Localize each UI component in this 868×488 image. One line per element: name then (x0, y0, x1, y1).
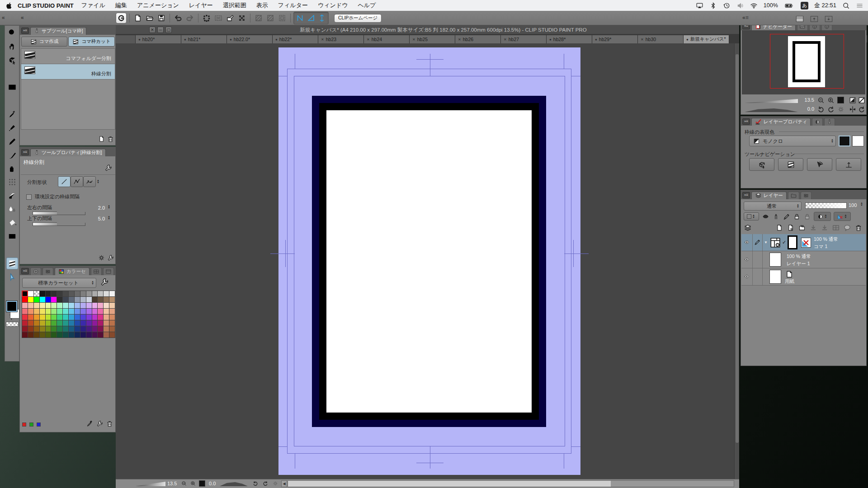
color-swatch[interactable] (63, 297, 68, 302)
color-swatch[interactable] (86, 314, 92, 320)
color-swatch[interactable] (86, 291, 92, 296)
move-layer-tool[interactable] (6, 68, 18, 80)
color-swatch[interactable] (57, 326, 62, 332)
color-swatch[interactable] (92, 309, 98, 314)
color-swatch[interactable] (51, 303, 57, 308)
panel-menu-icon[interactable]: »≡ (742, 192, 750, 198)
lock-transparent-icon[interactable] (803, 213, 811, 221)
close-tab-icon[interactable]: ✕ (641, 38, 644, 42)
clip-at-layer-icon[interactable] (772, 213, 780, 221)
opacity-stepper[interactable]: ▲▼ (859, 202, 864, 206)
color-swatch[interactable] (63, 326, 68, 332)
flatten-icon[interactable] (821, 224, 829, 232)
navigator-reset-rotation-icon[interactable] (837, 105, 845, 113)
horizontal-gap-slider[interactable] (33, 211, 57, 215)
merge-down-icon[interactable] (809, 224, 817, 232)
navigator-zoom-slider[interactable] (745, 99, 798, 103)
document-tab[interactable]: ●hb21* (181, 35, 227, 43)
color-swatch[interactable] (69, 297, 74, 302)
close-tab-icon[interactable]: ✕ (321, 38, 324, 42)
selection-launcher-3-icon[interactable] (277, 13, 288, 23)
document-tab[interactable]: ✕hb26 (455, 35, 501, 43)
hide-panels-icon[interactable] (809, 14, 819, 21)
color-swatch[interactable] (109, 326, 115, 332)
color-swatch[interactable] (28, 326, 33, 332)
panel-frame-border[interactable] (319, 103, 539, 420)
color-swatch[interactable] (80, 303, 86, 308)
color-swatch[interactable] (40, 326, 45, 332)
foreground-color-swatch[interactable] (6, 301, 17, 312)
color-swatch[interactable] (63, 314, 68, 320)
eraser-tool[interactable] (6, 190, 18, 202)
color-swatch[interactable] (75, 309, 80, 314)
vertical-scrollbar[interactable] (734, 43, 739, 479)
clip-homepage-button[interactable]: CLIPホームページ (334, 14, 382, 23)
bluetooth-icon[interactable] (709, 2, 717, 9)
color-swatch[interactable] (22, 320, 28, 326)
quick-color-swatch[interactable] (22, 422, 26, 427)
color-swatch[interactable] (28, 320, 33, 326)
color-swatch[interactable] (92, 314, 98, 320)
draw-white-button[interactable] (852, 136, 864, 146)
color-swatch[interactable] (80, 314, 86, 320)
snap-to-grid-icon[interactable] (316, 13, 327, 23)
spotlight-search-icon[interactable] (842, 2, 850, 9)
color-swatch[interactable] (34, 291, 39, 296)
redo-icon[interactable] (184, 13, 195, 23)
color-swatch[interactable] (34, 326, 39, 332)
color-swatch[interactable] (22, 309, 28, 314)
control-center-icon[interactable] (856, 2, 863, 9)
register-settings-icon[interactable] (107, 254, 114, 262)
color-wheel-tab[interactable] (30, 267, 41, 275)
color-swatch[interactable] (109, 303, 115, 308)
color-swatch[interactable] (51, 297, 57, 302)
color-swatch[interactable] (63, 291, 68, 296)
open-file-icon[interactable] (144, 13, 155, 23)
layer-thumbnail[interactable] (788, 235, 797, 249)
color-swatch[interactable] (75, 320, 80, 326)
close-tab-icon[interactable]: ✕ (412, 38, 415, 42)
close-tab-icon[interactable]: ✕ (458, 38, 461, 42)
hand-tool[interactable] (6, 41, 18, 52)
color-swatch[interactable] (86, 332, 92, 338)
zoom-out-icon[interactable] (180, 480, 188, 487)
color-swatch[interactable] (98, 303, 103, 308)
color-swatch[interactable] (109, 332, 115, 338)
color-swatch[interactable] (92, 303, 98, 308)
navigator-flip-vertical-icon[interactable] (858, 105, 866, 113)
scroll-left-icon[interactable]: ◀ (281, 480, 287, 487)
palette-color-button[interactable]: ▲▼ (744, 212, 759, 221)
show-panels-icon[interactable] (824, 14, 834, 21)
transparent-color-swatch[interactable] (6, 322, 19, 327)
reset-rotation-icon[interactable] (271, 480, 279, 487)
navigator-rotate-right-icon[interactable] (827, 105, 835, 113)
layer-visible-icon[interactable] (743, 239, 750, 245)
layer-folder-tab[interactable] (788, 192, 799, 199)
frame-border-tool[interactable] (6, 258, 18, 269)
navigator-rotate-left-icon[interactable] (817, 105, 825, 113)
color-swatch[interactable] (92, 291, 98, 296)
color-swatch[interactable] (75, 314, 80, 320)
layer-thumbnail[interactable] (769, 253, 781, 267)
color-set-select[interactable]: 標準カラーセット ▲▼ (22, 278, 96, 288)
color-swatch[interactable] (80, 320, 86, 326)
color-swatch[interactable] (80, 326, 86, 332)
rotation-slider[interactable] (220, 482, 248, 486)
color-swatch[interactable] (22, 314, 28, 320)
snap-to-special-ruler-icon[interactable] (306, 13, 316, 23)
toolnav-operate-button[interactable] (749, 158, 774, 171)
color-swatch[interactable] (92, 297, 98, 302)
horizontal-scrollbar[interactable] (288, 480, 734, 487)
shape-polyline-button[interactable] (71, 176, 83, 187)
color-swatch[interactable] (86, 303, 92, 308)
color-swatch[interactable] (75, 297, 80, 302)
color-swatch[interactable] (104, 297, 109, 302)
panel-menu-icon[interactable]: »≡ (21, 28, 29, 34)
delete-color-icon[interactable] (106, 420, 113, 427)
battery-icon[interactable] (784, 2, 795, 9)
menu-item[interactable]: レイヤー (184, 1, 218, 9)
color-swatch[interactable] (57, 332, 62, 338)
color-set-tab[interactable]: カラーセ (55, 267, 90, 275)
clear-selection-icon[interactable] (213, 13, 224, 23)
time-machine-icon[interactable] (723, 2, 731, 9)
